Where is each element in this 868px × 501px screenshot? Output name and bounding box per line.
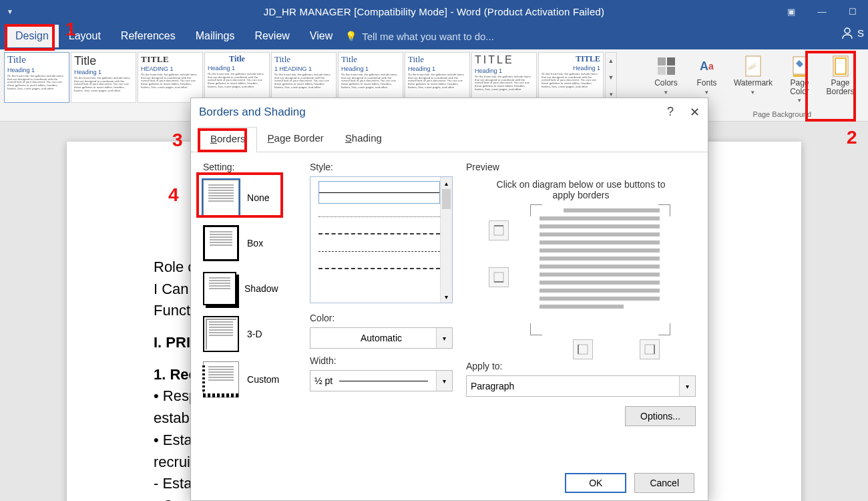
tab-design[interactable]: Design (5, 25, 59, 47)
document-formatting-gallery[interactable]: Title Heading 1 On the Insert tab, the g… (4, 52, 617, 103)
style-set-card[interactable]: Title Heading 1 On the Insert tab, the g… (338, 52, 403, 103)
dialog-title: Borders and Shading (199, 106, 306, 119)
width-combo[interactable]: ½ pt ▾ (310, 370, 453, 391)
qat-dropdown-icon[interactable]: ▼ (7, 8, 13, 15)
svg-rect-2 (667, 57, 675, 65)
style-set-card[interactable]: Title Heading 1 On the Insert tab, the g… (4, 52, 69, 103)
color-label: Color: (310, 313, 453, 323)
gallery-more-button[interactable]: ▲▼▾ (605, 52, 617, 103)
style-set-card[interactable]: Title Heading 1 On the Insert tab, the g… (204, 52, 270, 103)
ribbon-tabs: Design Layout References Mailings Review… (0, 23, 868, 49)
style-label: Style: (310, 162, 453, 172)
page-color-button[interactable]: Page Color▾ (781, 52, 818, 104)
page-borders-icon (829, 55, 852, 77)
setting-label: Setting: (203, 162, 296, 172)
border-bottom-toggle[interactable] (489, 267, 509, 287)
tab-page-border[interactable]: Page Border (257, 127, 335, 152)
help-icon[interactable]: ? (667, 105, 674, 120)
three-d-icon (203, 316, 239, 352)
svg-rect-11 (494, 226, 503, 235)
tab-layout[interactable]: Layout (59, 25, 111, 47)
setting-3d[interactable]: 3-D (203, 313, 296, 355)
scrollbar[interactable]: ▴▾ (440, 177, 452, 303)
tell-me-placeholder: Tell me what you want to do... (362, 31, 494, 42)
svg-rect-15 (578, 345, 588, 354)
box-icon (203, 225, 239, 261)
border-top-toggle[interactable] (489, 220, 509, 240)
setting-shadow[interactable]: Shadow (203, 267, 296, 310)
user-icon (841, 27, 853, 39)
cancel-button[interactable]: Cancel (634, 473, 694, 493)
border-left-toggle[interactable] (573, 339, 593, 359)
chevron-down-icon: ▾ (436, 328, 452, 348)
style-set-card[interactable]: TITLE Heading 1 On the Insert tab, the g… (471, 52, 537, 103)
shadow-icon (203, 272, 236, 305)
svg-rect-4 (667, 67, 675, 75)
svg-point-0 (845, 28, 850, 33)
tab-mailings[interactable]: Mailings (186, 25, 245, 47)
apply-to-label: Apply to: (466, 361, 696, 371)
tab-borders[interactable]: Borders (199, 127, 257, 152)
border-right-toggle[interactable] (640, 339, 660, 359)
close-icon[interactable]: ✕ (690, 105, 700, 120)
setting-none[interactable]: None (203, 176, 296, 219)
tell-me-search[interactable]: 💡 Tell me what you want to do... (345, 31, 494, 42)
watermark-button[interactable]: ABC Watermark▾ (729, 52, 777, 104)
apply-to-combo[interactable]: Paragraph ▾ (466, 375, 696, 397)
preview-label: Preview (466, 162, 696, 172)
svg-rect-8 (793, 75, 807, 77)
colors-button[interactable]: Colors▾ (648, 52, 684, 104)
chevron-down-icon: ▾ (436, 371, 452, 391)
width-label: Width: (310, 355, 453, 366)
dialog-tabs: Borders Page Border Shading (191, 126, 708, 152)
tab-review[interactable]: Review (244, 25, 299, 47)
style-listbox[interactable]: ▴▾ (310, 176, 453, 303)
style-set-card[interactable]: Title 1 HEADING 1 On the Insert tab, the… (271, 52, 337, 103)
style-set-card[interactable]: Title Heading 1 On the Insert tab, the g… (71, 52, 136, 103)
svg-rect-13 (494, 273, 503, 282)
style-set-card[interactable]: TITLE Heading 1 On the Insert tab, the g… (538, 52, 604, 103)
color-combo[interactable]: Automatic ▾ (310, 327, 453, 349)
chevron-down-icon: ▾ (679, 376, 695, 396)
preview-hint: Click on diagram below or use buttons to… (466, 176, 696, 208)
watermark-icon: ABC (742, 55, 765, 77)
custom-icon (203, 361, 239, 397)
dialog-titlebar[interactable]: Borders and Shading ? ✕ (191, 98, 708, 126)
tab-view[interactable]: View (300, 25, 343, 47)
fonts-icon: Aa (696, 55, 718, 77)
ribbon-group-label: Page Background (753, 110, 811, 118)
style-set-card[interactable]: Title Heading 1 On the Insert tab, the g… (405, 52, 470, 103)
width-line-preview (339, 381, 428, 381)
ok-button[interactable]: OK (565, 473, 626, 493)
page-borders-button[interactable]: Page Borders (822, 52, 859, 104)
sign-in-button[interactable]: S (841, 27, 864, 39)
fonts-button[interactable]: Aa Fonts▾ (688, 52, 725, 104)
svg-rect-3 (658, 67, 666, 75)
svg-rect-1 (658, 57, 666, 65)
setting-custom[interactable]: Custom (203, 358, 296, 401)
borders-and-shading-dialog: Borders and Shading ? ✕ Borders Page Bor… (190, 98, 708, 501)
minimize-icon[interactable]: — (807, 0, 837, 23)
title-bar: ▼ JD_HR MANAGER [Compatibility Mode] - W… (0, 0, 868, 23)
options-button[interactable]: Options... (625, 406, 696, 426)
lightbulb-icon: 💡 (345, 31, 357, 41)
tab-shading[interactable]: Shading (335, 127, 393, 152)
style-set-card[interactable]: TITLE HEADING 1 On the Insert tab, the g… (138, 52, 203, 103)
ribbon-display-options-icon[interactable]: ▣ (776, 0, 807, 23)
svg-rect-17 (645, 345, 654, 354)
setting-box[interactable]: Box (203, 222, 296, 265)
preview-diagram[interactable] (466, 208, 696, 349)
maximize-icon[interactable]: ☐ (837, 0, 868, 23)
page-color-icon (789, 55, 811, 77)
window-title: JD_HR MANAGER [Compatibility Mode] - Wor… (0, 6, 868, 17)
colors-icon (655, 55, 678, 77)
tab-references[interactable]: References (111, 25, 186, 47)
none-icon (203, 180, 239, 216)
